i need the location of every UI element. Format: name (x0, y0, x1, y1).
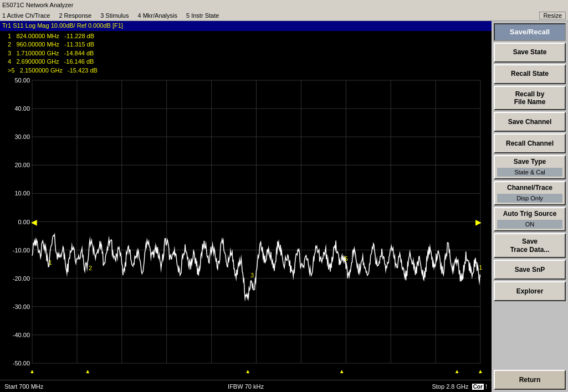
marker-data: 1 824.00000 MHz -11.228 dB 2 960.00000 M… (0, 31, 492, 76)
recall-state-button[interactable]: Recall State (494, 64, 566, 84)
start-freq: Start 700 MHz (4, 383, 165, 390)
title-bar: E5071C Network Analyzer (0, 0, 568, 10)
auto-trig-source-button[interactable]: Auto Trig Source ON (494, 207, 566, 231)
chart-header-text: Tr1 S11 Log Mag 10.00dB/ Ref 0.000dB [F1… (2, 22, 123, 29)
chart-area: Tr1 S11 Log Mag 10.00dB/ Ref 0.000dB [F1… (0, 21, 492, 392)
marker-row-3: 3 1.7100000 GHz -14.844 dB (4, 49, 487, 58)
menu-item-mkr[interactable]: 4 Mkr/Analysis (137, 12, 177, 19)
window-title: E5071C Network Analyzer (2, 2, 73, 8)
save-type-button[interactable]: Save Type State & Cal (494, 155, 566, 179)
menu-item-stimulus[interactable]: 3 Stimulus (100, 12, 129, 19)
resize-button[interactable]: Resize (539, 12, 566, 19)
save-channel-button[interactable]: Save Channel (494, 112, 566, 132)
marker-row-2: 2 960.00000 MHz -11.315 dB (4, 40, 487, 49)
marker-row-4: 4 2.6900000 GHz -16.146 dB (4, 58, 487, 66)
return-button[interactable]: Return (494, 370, 566, 390)
channel-trace-disp-button[interactable]: Channel/Trace Disp Only (494, 181, 566, 205)
marker-row-5: >5 2.1500000 GHz -15.423 dB (4, 66, 487, 75)
plot-container (0, 76, 492, 380)
menu-item-instr-state[interactable]: 5 Instr State (186, 12, 219, 19)
save-state-button[interactable]: Save State (494, 43, 566, 63)
ifbw: IFBW 70 kHz (165, 383, 326, 390)
save-snp-button[interactable]: Save SnP (494, 260, 566, 280)
save-recall-title: Save/Recall (494, 23, 566, 41)
bottom-bar: Start 700 MHz IFBW 70 kHz Stop 2.8 GHz C… (0, 380, 492, 392)
save-trace-data-button[interactable]: Save Trace Data... (494, 233, 566, 258)
sidebar-spacer (494, 303, 566, 368)
marker-row-1: 1 824.00000 MHz -11.228 dB (4, 32, 487, 40)
sidebar: Save/Recall Save State Recall State Reca… (492, 21, 568, 392)
explorer-button[interactable]: Explorer (494, 281, 566, 301)
menu-bar: 1 Active Ch/Trace 2 Response 3 Stimulus … (0, 10, 568, 21)
chart-header: Tr1 S11 Log Mag 10.00dB/ Ref 0.000dB [F1… (0, 21, 492, 31)
recall-channel-button[interactable]: Recall Channel (494, 133, 566, 153)
menu-item-response[interactable]: 2 Response (59, 12, 91, 19)
recall-by-file-name-button[interactable]: Recall by File Name (494, 86, 566, 111)
cor-badge: Cor (472, 384, 484, 390)
menu-item-active-ch[interactable]: 1 Active Ch/Trace (2, 12, 50, 19)
main-area: Tr1 S11 Log Mag 10.00dB/ Ref 0.000dB [F1… (0, 21, 568, 392)
plot-canvas (0, 76, 492, 380)
stop-freq: Stop 2.8 GHz Cor ! (326, 383, 487, 390)
